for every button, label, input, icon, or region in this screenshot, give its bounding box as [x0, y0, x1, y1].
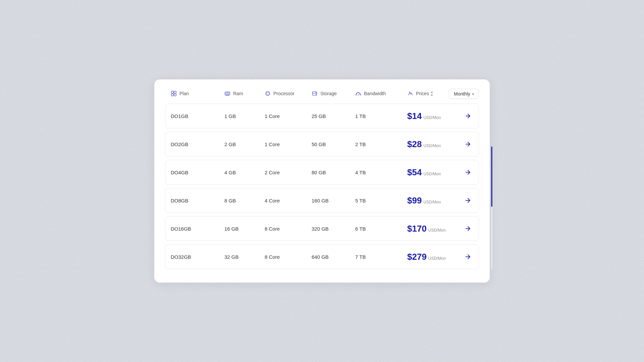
plan-ram: 2 GB: [224, 141, 265, 147]
plan-price: $170 USD/Mon: [407, 224, 463, 234]
plan-storage: 160 GB: [312, 198, 355, 203]
plan-price: $99 USD/Mon: [407, 195, 463, 206]
plan-ram: 8 GB: [224, 198, 265, 203]
plan-storage: 80 GB: [312, 170, 355, 175]
chevron-down-icon: ▾: [472, 92, 474, 96]
header-bandwidth-label: Bandwidth: [364, 91, 386, 96]
bandwidth-icon: [355, 90, 362, 97]
select-plan-button[interactable]: [463, 223, 473, 234]
plan-name: DO16GB: [171, 226, 224, 232]
select-plan-button[interactable]: [463, 195, 473, 206]
plan-price: $279 USD/Mon: [407, 252, 463, 262]
select-plan-button[interactable]: [463, 167, 473, 178]
plan-storage: 320 GB: [312, 226, 355, 232]
plan-processor: 1 Core: [265, 113, 312, 119]
plan-name: DO32GB: [171, 254, 224, 260]
plan-storage: 25 GB: [312, 113, 355, 119]
table-row[interactable]: DO2GB 2 GB 1 Core 50 GB 2 TB $28 USD/Mon: [165, 132, 479, 157]
header-storage-label: Storage: [320, 91, 337, 96]
plan-processor: 2 Core: [265, 170, 312, 175]
header-plan: Plan: [170, 90, 224, 97]
plan-bandwidth: 1 TB: [355, 113, 407, 119]
table-row[interactable]: DO16GB 16 GB 8 Core 320 GB 6 TB $170 USD…: [165, 216, 479, 241]
plan-storage: 50 GB: [312, 141, 355, 147]
plan-name: DO2GB: [171, 141, 224, 147]
table-header: Plan Ram: [165, 90, 479, 104]
header-bandwidth: Bandwidth: [355, 90, 407, 97]
price-amount: $170: [407, 224, 427, 234]
table-row[interactable]: DO4GB 4 GB 2 Core 80 GB 4 TB $54 USD/Mon: [165, 160, 479, 185]
scrollbar-thumb[interactable]: [491, 146, 492, 207]
select-plan-button[interactable]: [463, 111, 473, 121]
header-storage: Storage: [311, 90, 355, 97]
table-row[interactable]: DO8GB 8 GB 4 Core 160 GB 5 TB $99 USD/Mo…: [165, 188, 479, 213]
storage-icon: [311, 90, 318, 97]
plan-bandwidth: 7 TB: [355, 254, 407, 260]
svg-point-21: [316, 94, 316, 95]
select-plan-button[interactable]: [463, 251, 473, 262]
svg-rect-11: [266, 92, 269, 95]
svg-rect-1: [174, 91, 176, 93]
price-amount: $14: [407, 111, 422, 121]
pricing-card: Plan Ram: [154, 79, 490, 283]
plan-name: DO1GB: [171, 113, 224, 119]
prices-icon: [407, 90, 414, 97]
plan-icon: [170, 90, 177, 97]
header-prices-label: Prices: [416, 91, 429, 96]
plan-price: $54 USD/Mon: [407, 167, 463, 178]
plan-processor: 4 Core: [265, 198, 312, 203]
plan-bandwidth: 2 TB: [355, 141, 407, 147]
table-row[interactable]: DO32GB 32 GB 8 Core 640 GB 7 TB $279 USD…: [165, 244, 479, 269]
price-unit: USD/Mon: [423, 200, 441, 204]
svg-point-24: [358, 95, 359, 96]
header-ram: Ram: [224, 90, 264, 97]
scrollbar-track[interactable]: [491, 146, 492, 269]
monthly-dropdown[interactable]: Monthly ▾: [449, 89, 479, 99]
plan-processor: 8 Core: [265, 254, 312, 260]
sort-arrows: ▲ ▼: [430, 90, 433, 97]
processor-icon: [264, 90, 271, 97]
price-amount: $28: [407, 139, 422, 149]
plan-price: $14 USD/Mon: [407, 111, 463, 121]
price-unit: USD/Mon: [428, 228, 446, 233]
svg-rect-3: [174, 94, 176, 96]
plan-ram: 16 GB: [224, 226, 265, 232]
prices-header-group: Prices ▲ ▼: [416, 90, 433, 97]
header-plan-label: Plan: [179, 91, 189, 96]
select-plan-button[interactable]: [463, 139, 473, 149]
plan-processor: 1 Core: [265, 141, 312, 147]
table-row[interactable]: DO1GB 1 GB 1 Core 25 GB 1 TB $14 USD/Mon: [165, 104, 479, 128]
price-unit: USD/Mon: [423, 115, 441, 120]
plan-bandwidth: 6 TB: [355, 226, 407, 232]
plan-ram: 1 GB: [224, 113, 265, 119]
plan-name: DO4GB: [171, 170, 224, 175]
plan-ram: 4 GB: [224, 170, 265, 175]
header-processor: Processor: [264, 90, 311, 97]
plan-bandwidth: 4 TB: [355, 170, 407, 175]
price-amount: $54: [407, 167, 422, 178]
plan-bandwidth: 5 TB: [355, 198, 407, 203]
plan-price: $28 USD/Mon: [407, 139, 463, 149]
svg-point-23: [316, 92, 316, 93]
ram-icon: [224, 90, 231, 97]
svg-rect-0: [171, 91, 173, 93]
header-ram-label: Ram: [233, 91, 243, 96]
plan-ram: 32 GB: [224, 254, 265, 260]
plans-list: DO1GB 1 GB 1 Core 25 GB 1 TB $14 USD/Mon…: [165, 104, 479, 269]
price-unit: USD/Mon: [428, 256, 446, 261]
header-processor-label: Processor: [273, 91, 294, 96]
monthly-label: Monthly: [454, 91, 470, 97]
plan-name: DO8GB: [171, 198, 224, 203]
svg-rect-2: [171, 94, 173, 96]
price-amount: $99: [407, 195, 422, 206]
price-amount: $279: [407, 252, 427, 262]
price-unit: USD/Mon: [423, 143, 441, 148]
plan-processor: 8 Core: [265, 226, 312, 232]
price-unit: USD/Mon: [423, 172, 441, 176]
plan-storage: 640 GB: [312, 254, 355, 260]
